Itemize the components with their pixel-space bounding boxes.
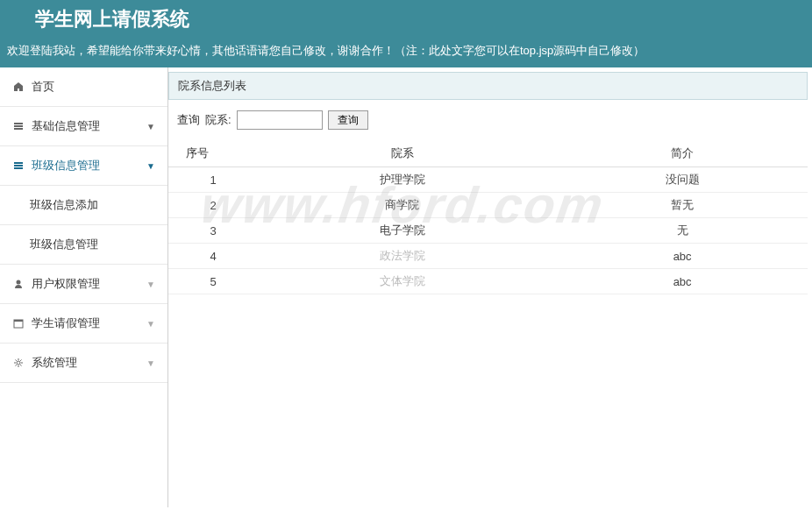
- nav-label: 基础信息管理: [32, 118, 146, 134]
- cell-dept: 护理学院: [247, 167, 557, 193]
- chevron-down-icon: ▼: [146, 122, 155, 131]
- cell-intro: 没问题: [557, 167, 808, 193]
- welcome-bar: 欢迎登陆我站，希望能给你带来好心情，其他话语请您自己修改，谢谢合作！（注：此处文…: [0, 38, 812, 67]
- th-seq: 序号: [168, 140, 247, 167]
- cell-dept: 文体学院: [247, 269, 557, 294]
- svg-rect-2: [14, 128, 23, 130]
- table-row[interactable]: 2商学院暂无: [168, 193, 808, 218]
- gear-icon: [12, 357, 25, 369]
- panel-title: 院系信息列表: [168, 72, 808, 100]
- cell-seq: 4: [168, 244, 247, 269]
- svg-rect-4: [14, 165, 23, 166]
- main-content: 院系信息列表 查询 院系: 查询 序号 院系 简介 1护理学院没问题2商学院暂无…: [168, 67, 812, 507]
- search-button[interactable]: 查询: [328, 110, 368, 130]
- cell-dept: 政法学院: [247, 244, 557, 269]
- subnav-class-manage[interactable]: 班级信息管理: [0, 225, 167, 265]
- th-intro: 简介: [557, 140, 808, 167]
- home-icon: [12, 81, 25, 93]
- nav-system[interactable]: 系统管理 ▼: [0, 344, 167, 383]
- sidebar: 首页 基础信息管理 ▼ 班级信息管理 ▼ 班级信息添加 班级信息管理: [0, 67, 168, 507]
- nav-leave-manage[interactable]: 学生请假管理 ▼: [0, 304, 167, 344]
- chevron-down-icon: ▼: [146, 280, 155, 289]
- list-icon: [12, 159, 25, 172]
- svg-rect-8: [14, 320, 23, 322]
- subnav-label: 班级信息管理: [30, 237, 98, 251]
- list-icon: [12, 120, 25, 132]
- th-dept: 院系: [247, 140, 557, 167]
- chevron-down-icon: ▼: [146, 161, 155, 171]
- cell-dept: 商学院: [247, 193, 557, 218]
- cell-intro: 暂无: [557, 193, 808, 218]
- svg-rect-1: [14, 125, 23, 127]
- table-row[interactable]: 1护理学院没问题: [168, 167, 808, 193]
- search-input[interactable]: [237, 110, 323, 130]
- nav-class-info[interactable]: 班级信息管理 ▼: [0, 146, 167, 186]
- table-row[interactable]: 5文体学院abc: [168, 269, 808, 294]
- cell-seq: 3: [168, 218, 247, 244]
- user-icon: [12, 278, 25, 290]
- svg-rect-0: [14, 123, 23, 124]
- table-row[interactable]: 4政法学院abc: [168, 244, 808, 269]
- svg-rect-3: [14, 162, 23, 164]
- cell-seq: 2: [168, 193, 247, 218]
- cell-seq: 5: [168, 269, 247, 294]
- nav-label: 学生请假管理: [32, 315, 146, 331]
- cell-intro: abc: [557, 269, 808, 294]
- nav-label: 用户权限管理: [32, 276, 146, 292]
- search-label-dept: 院系:: [205, 112, 231, 128]
- cell-seq: 1: [168, 167, 247, 193]
- svg-rect-5: [14, 167, 23, 169]
- nav-home-label: 首页: [32, 79, 155, 95]
- svg-point-6: [17, 280, 21, 285]
- cell-dept: 电子学院: [247, 218, 557, 244]
- search-label-query: 查询: [177, 112, 200, 128]
- chevron-down-icon: ▼: [146, 358, 155, 368]
- table-row[interactable]: 3电子学院无: [168, 218, 808, 244]
- table-header-row: 序号 院系 简介: [168, 140, 808, 167]
- search-bar: 查询 院系: 查询: [168, 100, 812, 140]
- app-title: 学生网上请假系统: [35, 6, 189, 32]
- app-header: 学生网上请假系统: [0, 0, 812, 38]
- subnav-class-add[interactable]: 班级信息添加: [0, 186, 167, 225]
- nav-user-perm[interactable]: 用户权限管理 ▼: [0, 265, 167, 304]
- chevron-down-icon: ▼: [146, 319, 155, 329]
- nav-basic-info[interactable]: 基础信息管理 ▼: [0, 107, 167, 146]
- subnav-label: 班级信息添加: [30, 198, 98, 211]
- nav-label: 系统管理: [32, 355, 146, 371]
- cell-intro: 无: [557, 218, 808, 244]
- nav-label: 班级信息管理: [32, 158, 146, 174]
- svg-point-9: [17, 361, 20, 365]
- cell-intro: abc: [557, 244, 808, 269]
- calendar-icon: [12, 317, 25, 329]
- nav-home[interactable]: 首页: [0, 67, 167, 107]
- dept-table: 序号 院系 简介 1护理学院没问题2商学院暂无3电子学院无4政法学院abc5文体…: [168, 140, 808, 294]
